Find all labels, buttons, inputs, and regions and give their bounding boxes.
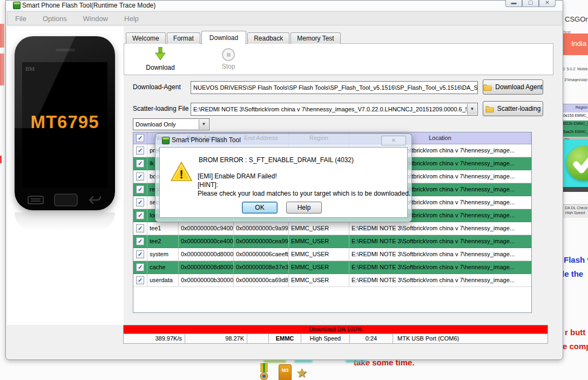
stop-action-button[interactable]: Stop xyxy=(209,47,247,70)
tab-readback[interactable]: Readback xyxy=(247,32,289,44)
svg-text:!: ! xyxy=(179,168,183,181)
row-checkbox[interactable]: ✓ xyxy=(133,183,147,196)
error-dialog-title: Smart Phone Flash Tool xyxy=(172,136,241,144)
screen: CSGOnu Test India 0_5.0.2_MobileCity 3'\… xyxy=(0,0,588,380)
bg-medal-icon xyxy=(257,363,271,380)
download-agent-button[interactable]: Download Agent xyxy=(483,79,543,95)
error-hint-text: Please check your load matches to your t… xyxy=(198,190,410,197)
tab-download[interactable]: Download xyxy=(201,31,246,44)
bg-smudge xyxy=(263,360,286,363)
chevron-down-icon[interactable]: ▼ xyxy=(199,119,208,129)
bg-red-strip xyxy=(0,54,4,85)
row-checkbox[interactable]: ✓ xyxy=(133,157,147,170)
row-checkbox[interactable]: ✓ xyxy=(133,248,147,261)
cell-begin-address: 0x000000000d800000 xyxy=(179,248,234,261)
cell-name: tee1 xyxy=(147,222,179,235)
menu-help[interactable]: Help xyxy=(117,15,147,23)
folder-icon xyxy=(483,84,492,91)
stop-icon xyxy=(222,48,235,61)
cell-end-address: 0x000000008e37e3b7 xyxy=(234,261,289,274)
select-all-checkbox[interactable]: ✓ xyxy=(133,132,147,144)
cell-region: EMMC_USER xyxy=(289,248,349,261)
stop-action-label: Stop xyxy=(209,63,247,70)
cell-location: E:\REDMI NOTE 3\Softbrick\rom china v 7\… xyxy=(349,248,531,261)
dialog-close-icon[interactable]: ✕ xyxy=(381,136,406,145)
menu-window[interactable]: Window xyxy=(76,15,117,23)
row-checkbox[interactable]: ✓ xyxy=(133,209,147,222)
minimize-button[interactable]: ▬ xyxy=(505,0,522,7)
table-row[interactable]: ✓ tee2 0x000000000ce40000 0x000000000cea… xyxy=(133,235,531,248)
error-dialog-titlebar[interactable]: Smart Phone Flash Tool ✕ xyxy=(156,134,411,147)
download-agent-label: Download-Agent xyxy=(133,83,181,91)
cell-location: E:\REDMI NOTE 3\Softbrick\rom china v 7\… xyxy=(349,235,531,248)
app-icon xyxy=(162,137,170,144)
ok-button[interactable]: OK xyxy=(242,202,278,214)
status-empty xyxy=(247,334,269,343)
bg-m3-text: M3 xyxy=(279,368,291,373)
maximize-button[interactable]: ▢ xyxy=(522,0,539,7)
error-detail-line: [EMI] Enable DRAM Failed! xyxy=(198,172,277,180)
row-checkbox[interactable]: ✓ xyxy=(133,235,147,248)
cell-region: EMMC_USER xyxy=(289,222,349,235)
table-row[interactable]: ✓ userdata 0x00000000b3000000 0x00000000… xyxy=(133,274,531,287)
chevron-down-icon[interactable]: ▼ xyxy=(467,104,477,115)
window-titlebar[interactable]: Smart Phone Flash Tool(Runtime Trace Mod… xyxy=(6,1,563,10)
phone-preview-panel: BM MT6795 xyxy=(7,26,124,325)
tab-strip: Welcome Format Download Readback Memory … xyxy=(126,31,342,44)
cell-end-address: 0x000000000cea992b xyxy=(234,235,289,248)
bg-cyan-panel xyxy=(562,139,588,187)
bg-blue-text: le the xyxy=(562,269,583,278)
download-action-label: Download xyxy=(141,64,179,71)
menu-bar: File Options Window Help xyxy=(7,11,562,25)
table-row[interactable]: ✓ cache 0x000000008d800000 0x000000008e3… xyxy=(133,261,531,274)
error-hint-label: [HINT]: xyxy=(198,181,218,189)
app-icon xyxy=(13,2,21,9)
status-storage: EMMC xyxy=(269,334,301,343)
bg-tiny-text: 3'\images\signed_ xyxy=(564,78,587,82)
menu-file[interactable]: File xyxy=(8,15,35,23)
error-dialog: Smart Phone Flash Tool ✕ ! BROM ERROR : … xyxy=(155,134,412,222)
tab-memory-test[interactable]: Memory Test xyxy=(290,32,340,44)
tab-welcome[interactable]: Welcome xyxy=(126,32,166,44)
cell-name: userdata xyxy=(147,274,179,286)
bg-da-dl-text: DA DL Check xyxy=(562,205,588,210)
menu-options[interactable]: Options xyxy=(35,15,76,23)
download-agent-field[interactable]: NUEVOS DRIVERS\SP Flash Tools\SP Flash T… xyxy=(191,81,478,94)
help-button[interactable]: Help xyxy=(286,202,322,214)
table-row[interactable]: ✓ system 0x000000000d800000 0x000000006c… xyxy=(133,248,531,261)
row-checkbox[interactable]: ✓ xyxy=(133,170,147,183)
download-action-button[interactable]: Download xyxy=(141,47,179,71)
bg-red-text: r butt xyxy=(565,328,585,337)
phone-menu-icon xyxy=(28,195,44,205)
bg-tiny-text: 0_5.0.2_MobileCity xyxy=(563,67,587,71)
window-title: Smart Phone Flash Tool(Runtime Trace Mod… xyxy=(22,2,156,9)
bg-red-text: e comp xyxy=(563,342,588,351)
bg-smudge xyxy=(294,360,313,363)
bg-mini-row: 6f22b EMMC_USE xyxy=(563,121,588,129)
scatter-loading-button-label: Scatter-loading xyxy=(497,105,541,112)
cell-end-address: 0x000000006caeefbf xyxy=(234,248,289,261)
row-checkbox[interactable]: ✓ xyxy=(133,261,147,274)
scatter-loading-button[interactable]: Scatter-loading xyxy=(483,101,543,116)
row-checkbox[interactable]: ✓ xyxy=(133,222,147,235)
close-button[interactable]: ✕ xyxy=(539,0,556,7)
row-checkbox[interactable]: ✓ xyxy=(133,196,147,209)
bg-m3-badge: M3 xyxy=(279,364,292,380)
row-checkbox[interactable]: ✓ xyxy=(133,144,147,157)
table-row[interactable]: ✓ tee1 0x000000000c940000 0x000000000c9a… xyxy=(133,222,531,235)
scatter-loading-combo[interactable]: E:\REDMI NOTE 3\Softbrick\rom china v 7\… xyxy=(191,103,478,116)
status-bar: 389.97K/s 98.27K EMMC High Speed 0:24 MT… xyxy=(123,334,548,344)
cell-end-address: 0x000000000c9a992b xyxy=(234,222,289,235)
status-usb-speed: High Speed xyxy=(301,334,350,343)
tab-format[interactable]: Format xyxy=(167,32,200,44)
row-checkbox[interactable]: ✓ xyxy=(133,274,147,286)
phone-home-icon xyxy=(54,194,78,206)
status-speed: 389.97K/s xyxy=(124,334,185,343)
bg-blue-text: Flash v xyxy=(564,255,588,264)
bg-gray-panel: DA DL Check High Speed xyxy=(562,204,588,218)
download-mode-combo[interactable]: Download Only ▼ xyxy=(133,118,209,130)
cell-begin-address: 0x000000000c940000 xyxy=(179,222,234,235)
phone-back-icon xyxy=(88,195,102,205)
bg-red-strip xyxy=(0,24,4,48)
phone-nav-buttons xyxy=(15,193,115,207)
